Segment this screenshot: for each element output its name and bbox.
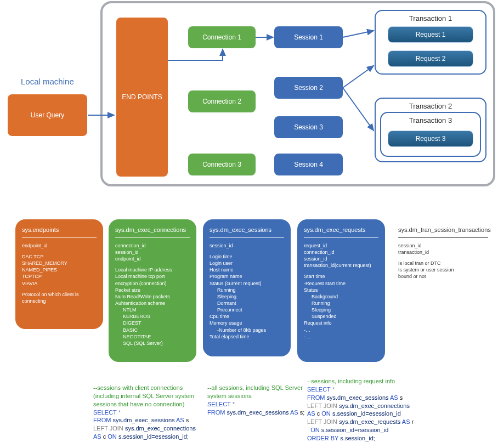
card-title: sys.endpoints bbox=[22, 226, 97, 234]
sql-comment: --sessions, including request info bbox=[307, 377, 422, 385]
card-line: Request info bbox=[304, 320, 378, 326]
kw-as: AS bbox=[290, 409, 298, 416]
card-line: Memory usage bbox=[210, 320, 284, 326]
sql-table: sys.dm_exec_sessions bbox=[227, 409, 288, 416]
card-line: Auhtentication scheme bbox=[115, 300, 190, 307]
card-dm-exec-connections: sys.dm_exec_connections connection_id se… bbox=[109, 219, 196, 362]
kw-left-join: LEFT JOIN bbox=[307, 418, 337, 425]
card-line: VIAVIA bbox=[22, 280, 97, 287]
card-dm-exec-sessions: sys.dm_exec_sessions session_id Login ti… bbox=[203, 219, 291, 356]
card-title: sys.dm_tran_session_transactions bbox=[398, 226, 488, 234]
card-line: request_id bbox=[304, 242, 378, 249]
card-line: Dormant bbox=[210, 300, 284, 307]
session-4-box: Session 4 bbox=[274, 154, 343, 175]
sql-queries: --sessions with client connections (incl… bbox=[0, 384, 498, 448]
card-dm-exec-requests: sys.dm_exec_requests request_id connecti… bbox=[297, 219, 385, 362]
card-line: DIGEST bbox=[115, 320, 190, 326]
card-line: Num Read/Write packets bbox=[115, 293, 190, 300]
kw-as: AS bbox=[176, 417, 184, 423]
card-line: Local machine IP address bbox=[115, 266, 190, 273]
kw-left-join: LEFT JOIN bbox=[93, 425, 123, 432]
card-line: Preconnect bbox=[210, 307, 284, 313]
kw-on: ON bbox=[321, 410, 331, 417]
card-line: session_id bbox=[398, 242, 488, 249]
connection-3-box: Connection 3 bbox=[188, 154, 256, 175]
sql-cond: s.session_id=esession_id; bbox=[118, 433, 189, 440]
card-line: Cpu time bbox=[210, 313, 284, 320]
card-line: DAC TCP bbox=[22, 253, 97, 260]
card-line: Start time bbox=[304, 273, 378, 280]
kw-from: FROM bbox=[207, 409, 225, 416]
sql-cond: s.session_id=esession_id bbox=[332, 410, 401, 417]
card-line: -… bbox=[304, 327, 378, 333]
sql-table: sys.dm_exec_connections bbox=[339, 402, 410, 409]
sql-comment: --all sessions, including SQL Server sys… bbox=[207, 384, 306, 400]
sql-star: * bbox=[332, 386, 335, 393]
connection-1-box: Connection 1 bbox=[188, 26, 256, 48]
sql-alias: r bbox=[412, 418, 414, 425]
kw-on: ON bbox=[107, 433, 117, 440]
sql-table: sys.dm_exec_requests bbox=[339, 418, 401, 425]
kw-as: AS bbox=[390, 394, 398, 401]
architecture-diagram: Local machine User Query END POINTS Conn… bbox=[0, 0, 498, 197]
transaction-2-title: Transaction 2 bbox=[376, 102, 485, 110]
card-line: SQL (SQL Server) bbox=[115, 340, 190, 347]
endpoints-box: END POINTS bbox=[116, 18, 168, 177]
card-line: Program name bbox=[210, 273, 284, 280]
kw-order-by: ORDER BY bbox=[307, 435, 338, 441]
card-line: connection_id bbox=[304, 249, 378, 256]
sql-table: sys.dm_exec_sessions bbox=[326, 394, 388, 401]
card-line: Running bbox=[210, 287, 284, 293]
query-1: --sessions with client connections (incl… bbox=[93, 384, 203, 441]
kw-select: SELECT bbox=[93, 409, 117, 416]
card-line: Is local tran or DTC bbox=[398, 260, 488, 266]
kw-select: SELECT bbox=[207, 401, 231, 407]
session-1-box: Session 1 bbox=[274, 26, 343, 48]
sql-star: * bbox=[233, 401, 235, 407]
card-line: Login time bbox=[210, 253, 284, 260]
sql-cond: s.session_id=rsession_id bbox=[321, 427, 389, 433]
card-title: sys.dm_exec_requests bbox=[304, 226, 378, 234]
card-line: Protocol on which client is connecting bbox=[22, 291, 97, 304]
sql-table: sys.dm_exec_connections bbox=[125, 425, 196, 432]
card-line: Sleeping bbox=[210, 293, 284, 300]
card-line: NAMED_PIPES bbox=[22, 266, 97, 273]
card-line: transaction_id(current request) bbox=[304, 262, 378, 269]
kw-as: AS bbox=[402, 418, 410, 425]
local-machine-label: Local machine bbox=[21, 77, 74, 86]
card-line: Status bbox=[304, 287, 378, 293]
kw-on: ON bbox=[310, 427, 320, 433]
card-line: session_id bbox=[304, 256, 378, 262]
card-line: bound or not bbox=[398, 273, 488, 280]
card-title: sys.dm_exec_sessions bbox=[210, 226, 284, 234]
transaction-1-title: Transaction 1 bbox=[376, 14, 485, 22]
card-line: BASIC bbox=[115, 327, 190, 333]
card-line: KERBEROS bbox=[115, 313, 190, 320]
session-2-box: Session 2 bbox=[274, 77, 343, 99]
card-title: sys.dm_exec_connections bbox=[115, 226, 190, 234]
request-3-pill: Request 3 bbox=[388, 131, 473, 147]
sql-comment: --sessions with client connections (incl… bbox=[93, 384, 203, 409]
card-line: Suspended bbox=[304, 313, 378, 320]
card-line: Host name bbox=[210, 266, 284, 273]
card-line: -… bbox=[304, 333, 378, 340]
card-line: SHARED_MEMORY bbox=[22, 260, 97, 266]
sql-alias: s bbox=[186, 417, 189, 423]
card-line: NEGOTITAE bbox=[115, 333, 190, 340]
card-line: Status (current request) bbox=[210, 280, 284, 287]
query-3: --sessions, including request info SELEC… bbox=[307, 377, 422, 443]
card-line: TCPTCP bbox=[22, 273, 97, 280]
kw-left-join: LEFT JOIN bbox=[307, 402, 337, 409]
card-line: Local machine tcp port bbox=[115, 273, 190, 280]
card-line: Sleeping bbox=[304, 307, 378, 313]
transaction-3-title: Transaction 3 bbox=[381, 116, 480, 124]
card-line: Packet size bbox=[115, 287, 190, 293]
card-line: Total elapsed time bbox=[210, 333, 284, 340]
request-2-pill: Request 2 bbox=[388, 50, 473, 67]
sql-table: sys.dm_exec_sessions bbox=[112, 417, 174, 423]
kw-from: FROM bbox=[93, 417, 111, 423]
request-1-pill: Request 1 bbox=[388, 26, 473, 43]
card-line: Is system or user session bbox=[398, 266, 488, 273]
card-line: -Request start time bbox=[304, 280, 378, 287]
kw-as: AS bbox=[93, 433, 101, 440]
